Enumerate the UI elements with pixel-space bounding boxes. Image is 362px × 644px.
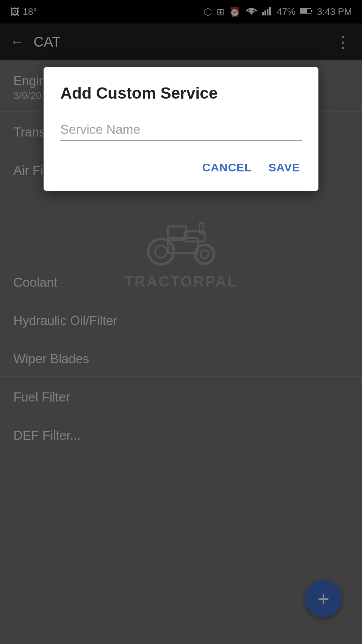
dialog-title: Add Custom Service: [60, 84, 302, 102]
save-button[interactable]: SAVE: [267, 158, 302, 177]
service-name-input[interactable]: [60, 119, 302, 141]
dialog-actions: CANCEL SAVE: [60, 158, 302, 177]
add-custom-service-dialog: Add Custom Service CANCEL SAVE: [44, 67, 318, 191]
service-name-field-wrapper: [60, 119, 302, 141]
cancel-button[interactable]: CANCEL: [200, 158, 253, 177]
